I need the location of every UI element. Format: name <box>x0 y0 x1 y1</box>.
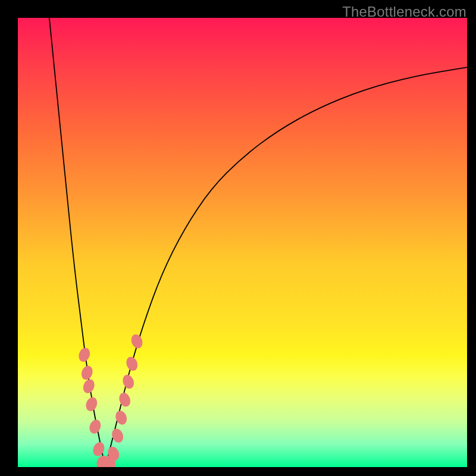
data-point <box>91 440 106 458</box>
watermark-text: TheBottleneck.com <box>342 4 466 20</box>
data-point <box>84 396 99 413</box>
data-point <box>117 391 132 408</box>
data-point <box>130 333 145 350</box>
data-point <box>124 355 139 372</box>
plot-area <box>18 18 467 467</box>
bottleneck-curve-svg <box>18 18 467 467</box>
data-point <box>87 418 102 436</box>
data-point <box>77 346 92 364</box>
data-point <box>82 378 96 395</box>
chart-frame: TheBottleneck.com <box>0 0 476 476</box>
data-point <box>80 364 95 381</box>
data-point <box>121 373 136 390</box>
bottleneck-curve-path <box>49 18 467 464</box>
